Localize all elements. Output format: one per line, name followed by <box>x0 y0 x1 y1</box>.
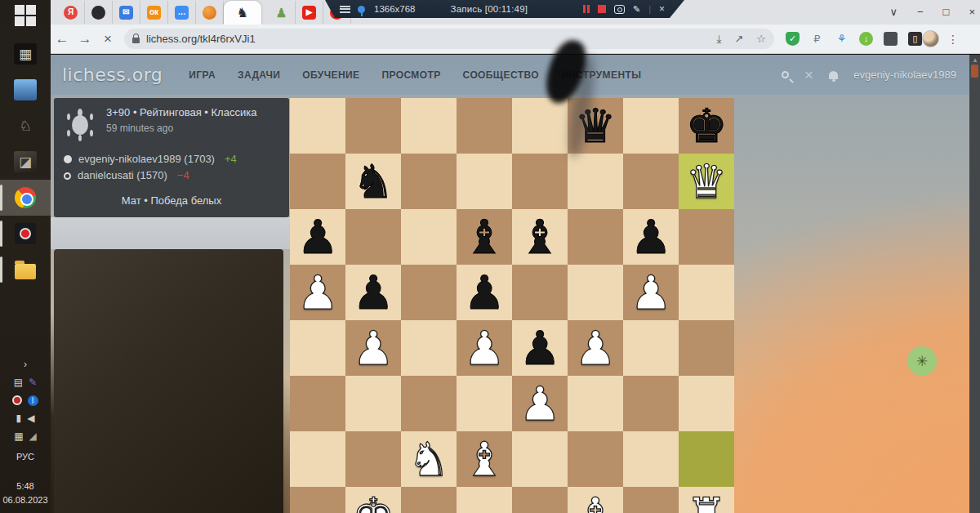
start-button[interactable] <box>0 0 51 36</box>
square-f2[interactable] <box>568 431 623 487</box>
square-c5[interactable] <box>401 265 457 320</box>
square-b2[interactable] <box>345 431 401 487</box>
pinned-tab[interactable]: Я <box>57 1 85 24</box>
scroll-up-arrow-icon[interactable]: ▲ <box>972 56 978 64</box>
sidebar-ext-icon[interactable]: ▯ <box>908 32 922 46</box>
piece-wP-e3[interactable]: ♟ <box>512 376 568 431</box>
square-d1[interactable] <box>457 487 512 513</box>
recorder-menu-icon[interactable] <box>340 6 350 13</box>
speaker-tray-icon[interactable]: ◀ <box>27 413 34 423</box>
scrollbar-thumb[interactable] <box>971 65 978 78</box>
square-a7[interactable] <box>290 154 345 209</box>
profile-avatar[interactable] <box>922 30 939 47</box>
piece-wR-h1[interactable]: ♜ <box>679 487 734 513</box>
square-a8[interactable] <box>290 98 345 154</box>
person-ext-icon[interactable]: ⚘ <box>835 32 849 46</box>
square-d7[interactable] <box>457 154 512 209</box>
overlay-fab-button[interactable]: ✳ <box>907 346 937 376</box>
square-a1[interactable] <box>290 487 345 513</box>
ruble-ext-icon[interactable]: ₽ <box>810 32 824 46</box>
forward-button[interactable]: → <box>74 31 96 47</box>
square-f5[interactable] <box>568 265 623 320</box>
square-d3[interactable] <box>457 376 512 431</box>
feather-tray-icon[interactable]: ✎ <box>29 377 37 387</box>
url-text[interactable]: lichess.org/tkl4r6rxVJi1 <box>146 33 256 45</box>
square-g4[interactable] <box>623 320 679 376</box>
language-indicator[interactable]: РУС <box>16 452 34 462</box>
taskbar-chrome-button[interactable] <box>0 180 51 216</box>
piece-bN-b7[interactable]: ♞ <box>345 154 401 209</box>
square-b3[interactable] <box>345 376 401 431</box>
piece-bB-d6[interactable]: ♝ <box>457 209 512 265</box>
chrome-menu-icon[interactable]: ⋮ <box>947 33 959 46</box>
taskbar-app-button[interactable] <box>0 72 51 108</box>
search-icon[interactable] <box>782 71 789 78</box>
bluetooth-icon[interactable]: ᛒ <box>28 395 38 406</box>
tray-expand-icon[interactable]: › <box>24 359 27 369</box>
square-f3[interactable] <box>568 376 623 431</box>
nav-item-игра[interactable]: ИГРА <box>189 69 216 81</box>
share-icon[interactable]: ↗ <box>734 33 743 45</box>
square-g8[interactable] <box>623 98 679 154</box>
square-c1[interactable] <box>401 487 457 513</box>
pinned-tab[interactable]: ▶ <box>296 1 323 24</box>
restore-button[interactable]: □ <box>943 6 950 18</box>
back-button[interactable]: ← <box>51 31 74 47</box>
savefrom-ext-icon[interactable]: ↓ <box>859 32 873 46</box>
pinned-tab[interactable]: ♟ <box>268 1 296 24</box>
pinned-tab[interactable]: ✉ <box>113 1 140 24</box>
square-a4[interactable] <box>290 320 345 376</box>
square-c6[interactable] <box>401 209 457 265</box>
square-h4[interactable] <box>679 320 734 376</box>
address-bar[interactable]: lichess.org/tkl4r6rxVJi1 ⤓ ↗ ☆ <box>124 29 774 49</box>
annotate-pencil-icon[interactable]: ✎ <box>633 4 640 15</box>
piece-bP-g6[interactable]: ♟ <box>623 209 679 265</box>
taskbar-app-button[interactable]: ▦ <box>0 36 51 72</box>
piece-wK-b1[interactable]: ♚ <box>345 487 401 513</box>
taskbar-app-button[interactable]: ♘ <box>0 108 51 144</box>
stop-button[interactable]: × <box>96 31 119 47</box>
taskbar-recorder-button[interactable] <box>0 216 51 252</box>
square-g1[interactable] <box>623 487 679 513</box>
square-c4[interactable] <box>401 320 457 376</box>
pinned-tab[interactable]: … <box>168 1 196 24</box>
square-f6[interactable] <box>568 209 623 265</box>
piece-wP-g5[interactable]: ♟ <box>623 265 679 320</box>
square-c8[interactable] <box>401 98 457 154</box>
nav-item-обучение[interactable]: ОБУЧЕНИЕ <box>302 69 359 81</box>
piece-wP-b4[interactable]: ♟ <box>345 320 401 376</box>
square-f7[interactable] <box>568 154 623 209</box>
panel-tray-icon[interactable]: ▤ <box>14 377 23 387</box>
notifications-bell-icon[interactable] <box>829 71 838 79</box>
pause-recording-button[interactable] <box>583 5 590 13</box>
square-b8[interactable] <box>345 98 401 154</box>
square-g7[interactable] <box>623 154 679 209</box>
pinned-tab[interactable]: ок <box>140 1 168 24</box>
close-button[interactable]: × <box>969 6 975 18</box>
black-player-name[interactable]: danielcusati (1570) <box>78 167 167 184</box>
piece-wB-f1[interactable]: ♝ <box>568 487 623 513</box>
square-h5[interactable] <box>679 265 734 320</box>
username[interactable]: evgeniy-nikolaev1989 <box>853 69 956 81</box>
square-h3[interactable] <box>679 376 734 431</box>
piece-wP-f4[interactable]: ♟ <box>568 320 623 376</box>
chess-board[interactable]: ♛♚♞♛♟♝♝♟♟♟♟♟♟♟♟♟♟♞♝♚♝♜ <box>290 98 734 513</box>
piece-bP-e4[interactable]: ♟ <box>512 320 568 376</box>
nav-item-сообщество[interactable]: СООБЩЕСТВО <box>463 69 539 81</box>
taskbar-app-button[interactable]: ◪ <box>0 144 51 180</box>
square-e5[interactable] <box>512 265 568 320</box>
metrics-tray-icon[interactable]: ▦ <box>14 431 23 441</box>
square-b6[interactable] <box>345 209 401 265</box>
network-tray-icon[interactable]: ◢ <box>29 431 37 441</box>
square-c7[interactable] <box>401 154 457 209</box>
piece-wP-a5[interactable]: ♟ <box>290 265 345 320</box>
tab-search-chevron-icon[interactable]: ∨ <box>889 6 898 18</box>
tray-record-icon[interactable] <box>12 395 22 405</box>
piece-wN-c2[interactable]: ♞ <box>401 431 457 487</box>
piece-wP-d4[interactable]: ♟ <box>457 320 512 376</box>
pinned-tab[interactable] <box>196 1 224 24</box>
puzzle-ext-icon[interactable] <box>884 32 898 46</box>
close-recorder-icon[interactable]: × <box>659 3 665 15</box>
square-g3[interactable] <box>623 376 679 431</box>
square-c3[interactable] <box>401 376 457 431</box>
